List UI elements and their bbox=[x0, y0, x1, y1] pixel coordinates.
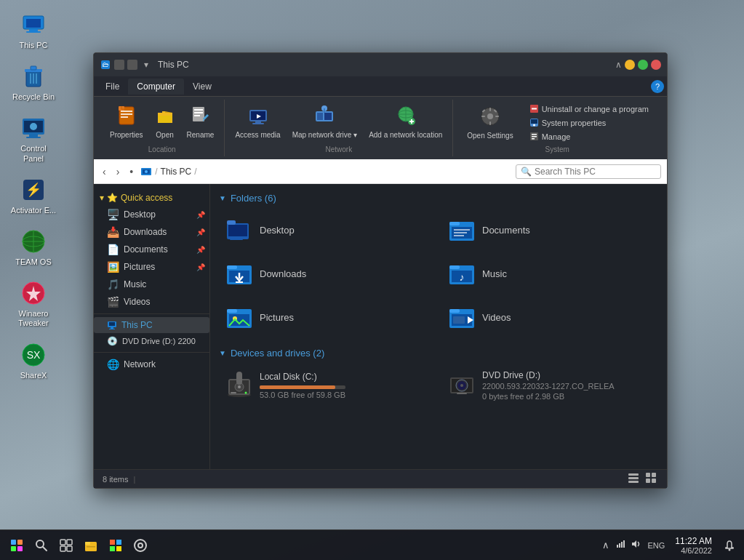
task-view-button[interactable] bbox=[55, 535, 77, 556]
chevron-up[interactable]: ∧ bbox=[612, 58, 625, 71]
open-button[interactable]: Open bbox=[151, 103, 180, 142]
tab-view[interactable]: View bbox=[184, 79, 220, 95]
network-label: Network bbox=[326, 145, 353, 153]
detail-view-button[interactable] bbox=[644, 471, 658, 487]
sidebar-item-documents[interactable]: 📄 Documents 📌 bbox=[94, 241, 209, 258]
add-network-location-icon bbox=[396, 105, 416, 131]
tray-network-icon[interactable] bbox=[614, 537, 627, 553]
settings-taskbar[interactable] bbox=[129, 535, 151, 556]
open-settings-button[interactable]: Open Settings bbox=[463, 103, 517, 143]
access-media-button[interactable]: Access media bbox=[231, 103, 284, 142]
local-disk-progress-wrap bbox=[260, 385, 345, 389]
tray-volume-icon[interactable] bbox=[630, 537, 643, 553]
desktop-icon-this-pc[interactable]: This PC bbox=[7, 7, 60, 53]
address-part-this-pc[interactable]: This PC bbox=[161, 167, 192, 177]
store-taskbar[interactable] bbox=[105, 535, 127, 556]
forward-button[interactable]: › bbox=[113, 164, 123, 179]
downloads-sidebar-icon: 📥 bbox=[107, 226, 119, 238]
folder-item-music[interactable]: ♪ Music bbox=[441, 255, 658, 292]
sidebar-item-dvd[interactable]: 💿 DVD Drive (D:) 2200 bbox=[94, 333, 209, 349]
minimize-button[interactable] bbox=[625, 60, 635, 70]
tab-computer[interactable]: Computer bbox=[128, 79, 184, 95]
sidebar-item-network[interactable]: 🌐 Network bbox=[94, 356, 209, 373]
folder-item-desktop[interactable]: Desktop bbox=[219, 211, 436, 249]
close-button[interactable] bbox=[651, 60, 661, 70]
this-pc-sidebar-icon bbox=[107, 320, 117, 330]
svg-rect-82 bbox=[449, 222, 460, 225]
up-button[interactable]: • bbox=[127, 164, 136, 179]
music-sidebar-label: Music bbox=[124, 279, 146, 289]
location-label: Location bbox=[148, 145, 176, 153]
folder-item-videos[interactable]: Videos bbox=[441, 298, 658, 336]
desktop-icon-recycle-bin[interactable]: Recycle Bin bbox=[7, 59, 60, 105]
tab-file[interactable]: File bbox=[97, 79, 128, 95]
map-network-drive-label: Map network drive ▾ bbox=[292, 131, 357, 139]
sidebar-item-pictures[interactable]: 🖼️ Pictures 📌 bbox=[94, 258, 209, 276]
help-button[interactable]: ? bbox=[651, 80, 664, 93]
rename-button[interactable]: Rename bbox=[183, 103, 219, 142]
desktop-icon-control-panel[interactable]: Control Panel bbox=[7, 111, 60, 166]
desktop-sidebar-icon: 🖥️ bbox=[107, 209, 119, 220]
list-view-button[interactable] bbox=[626, 471, 641, 487]
tb-save-icon[interactable] bbox=[114, 60, 124, 70]
title-bar: 🗁 ▾ This PC ∧ bbox=[94, 53, 667, 76]
sidebar-item-music[interactable]: 🎵 Music bbox=[94, 276, 209, 293]
sidebar: ▾ ⭐ Quick access 🖥️ Desktop 📌 📥 Download… bbox=[94, 184, 210, 469]
file-explorer-taskbar[interactable] bbox=[80, 535, 102, 556]
svg-rect-56 bbox=[481, 116, 485, 117]
dvd-drive-icon bbox=[447, 371, 476, 400]
pin-icon-docs: 📌 bbox=[196, 246, 205, 254]
desktop-icon-winaero[interactable]: Winaero Tweaker bbox=[7, 276, 60, 331]
sidebar-quick-access-header[interactable]: ▾ ⭐ Quick access bbox=[94, 190, 209, 206]
sidebar-item-videos[interactable]: 🎬 Videos bbox=[94, 293, 209, 311]
map-network-drive-button[interactable]: Map network drive ▾ bbox=[288, 103, 361, 142]
devices-chevron: ▼ bbox=[219, 349, 226, 357]
uninstall-button[interactable]: Uninstall or change a program bbox=[527, 103, 652, 115]
sidebar-item-desktop[interactable]: 🖥️ Desktop 📌 bbox=[94, 206, 209, 223]
folder-item-pictures[interactable]: Pictures bbox=[219, 298, 436, 336]
svg-rect-148 bbox=[621, 542, 623, 548]
folder-item-documents[interactable]: Documents bbox=[441, 211, 658, 249]
notification-button[interactable] bbox=[721, 535, 738, 556]
manage-button[interactable]: Manage bbox=[527, 130, 652, 143]
properties-button[interactable]: Properties bbox=[105, 103, 148, 142]
maximize-button[interactable] bbox=[638, 60, 648, 70]
svg-rect-124 bbox=[652, 473, 656, 477]
open-icon bbox=[155, 105, 175, 131]
desktop-icon-sharex[interactable]: SX ShareX bbox=[7, 337, 60, 383]
ribbon-content: Properties Open bbox=[94, 97, 667, 159]
address-bar: ‹ › • / This PC / 🔍 bbox=[94, 159, 667, 184]
svg-rect-67 bbox=[532, 136, 537, 137]
dvd-sidebar-label: DVD Drive (D:) 2200 bbox=[122, 337, 196, 345]
folders-header-label: Folders (6) bbox=[231, 193, 276, 204]
tray-chevron[interactable]: ∧ bbox=[601, 538, 611, 552]
system-props-button[interactable]: System properties bbox=[527, 116, 652, 129]
taskbar-search-button[interactable] bbox=[31, 535, 52, 556]
back-button[interactable]: ‹ bbox=[100, 164, 109, 179]
search-input[interactable] bbox=[535, 167, 656, 177]
sidebar-item-this-pc[interactable]: This PC bbox=[94, 317, 209, 333]
path-icon bbox=[140, 166, 152, 177]
svg-rect-33 bbox=[194, 112, 203, 113]
start-button[interactable] bbox=[6, 535, 28, 556]
svg-rect-143 bbox=[116, 546, 121, 551]
device-dvd-drive[interactable]: DVD Drive (D:) 22000.593.220323-1227.CO_… bbox=[441, 366, 658, 405]
desktop-icon-team-os[interactable]: TEAM OS bbox=[7, 224, 60, 270]
svg-rect-77 bbox=[227, 220, 236, 225]
add-network-location-button[interactable]: Add a network location bbox=[364, 103, 447, 142]
device-local-disk[interactable]: Local Disk (C:) 53.0 GB free of 59.8 GB bbox=[219, 366, 436, 405]
svg-rect-39 bbox=[252, 123, 264, 124]
clock-display[interactable]: 11:22 AM 4/6/2022 bbox=[671, 535, 716, 556]
folder-item-downloads[interactable]: Downloads bbox=[219, 255, 436, 292]
svg-rect-147 bbox=[619, 543, 620, 548]
tb-properties-icon[interactable] bbox=[127, 60, 137, 70]
folder-downloads-icon bbox=[225, 259, 254, 288]
desktop-icon-activator[interactable]: ⚡ Activator E... bbox=[7, 172, 60, 218]
sidebar-item-downloads[interactable]: 📥 Downloads 📌 bbox=[94, 223, 209, 241]
search-box[interactable]: 🔍 bbox=[516, 164, 661, 179]
clock-date: 4/6/2022 bbox=[681, 546, 712, 555]
tb-down-arrow[interactable]: ▾ bbox=[140, 59, 152, 71]
uninstall-icon bbox=[529, 104, 539, 113]
tray-language[interactable]: ENG bbox=[646, 540, 666, 551]
sharex-icon: SX bbox=[19, 340, 48, 369]
